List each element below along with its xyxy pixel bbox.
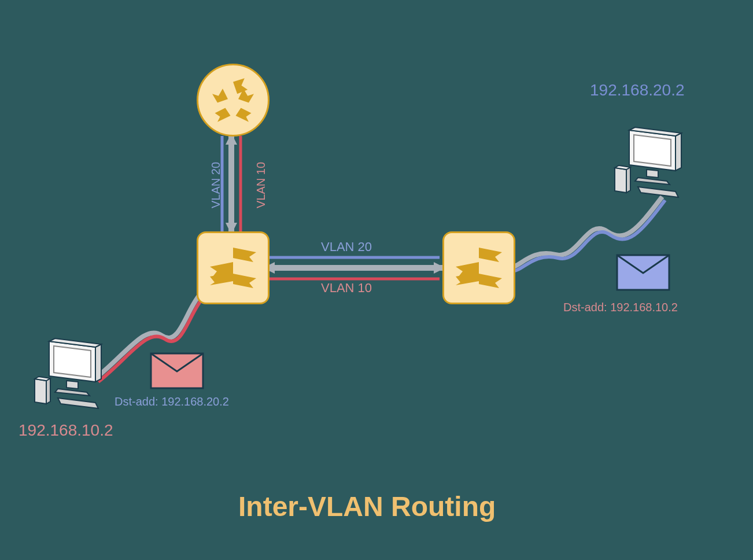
packet-right-dst-label: Dst-add: 192.168.10.2 — [563, 301, 678, 314]
vlink-vlan10-label: VLAN 10 — [254, 162, 268, 208]
svg-marker-24 — [647, 170, 658, 178]
hlink-vlan20-label: VLAN 20 — [321, 240, 372, 255]
diagram-title: Inter-VLAN Routing — [238, 491, 496, 522]
svg-marker-16 — [35, 379, 46, 404]
hlink-vlan10-label: VLAN 10 — [321, 281, 372, 296]
svg-marker-21 — [676, 133, 681, 171]
svg-marker-23 — [634, 135, 671, 166]
vlink-vlan20-label: VLAN 20 — [209, 162, 223, 208]
svg-marker-14 — [67, 381, 78, 389]
svg-marker-25 — [635, 178, 670, 185]
packet-envelope-left — [149, 352, 205, 392]
svg-marker-13 — [54, 346, 91, 377]
packet-left-dst-label: Dst-add: 192.168.20.2 — [115, 395, 229, 408]
svg-marker-19 — [58, 398, 98, 408]
svg-marker-11 — [95, 344, 101, 382]
pc-right — [612, 124, 693, 202]
pc-left-ip-label: 192.168.10.2 — [19, 421, 113, 440]
svg-marker-26 — [615, 168, 626, 193]
pc-left — [32, 336, 113, 413]
switch-left — [197, 231, 270, 304]
packet-envelope-right — [615, 253, 671, 294]
svg-marker-27 — [626, 167, 630, 193]
pc-right-ip-label: 192.168.20.2 — [590, 81, 685, 100]
svg-marker-29 — [638, 187, 678, 197]
svg-marker-15 — [55, 389, 90, 396]
svg-marker-17 — [46, 378, 50, 404]
switch-right — [442, 231, 515, 304]
router — [197, 64, 270, 137]
